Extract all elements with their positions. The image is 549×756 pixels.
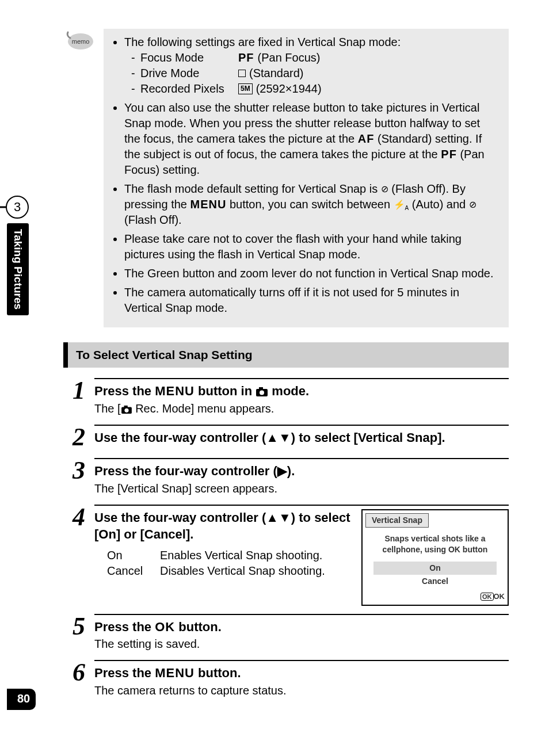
- camera-icon: [121, 402, 132, 415]
- step-number: 3: [63, 458, 94, 497]
- page-number: 80: [7, 689, 36, 710]
- svg-point-4: [260, 391, 264, 395]
- step-desc: The setting is saved.: [94, 636, 509, 652]
- lcd-tab: Vertical Snap: [365, 513, 429, 528]
- step-number: 1: [63, 378, 94, 417]
- step: 4 Use the four-way controller (▲▼) to se…: [63, 505, 509, 606]
- step-number: 4: [63, 505, 94, 606]
- memo-setting-row: - Drive Mode (Standard): [131, 66, 498, 81]
- memo-bullet: Please take care not to cover the flash …: [124, 231, 498, 262]
- step-title: Press the four-way controller (▶).: [94, 463, 509, 480]
- memo-intro: The following settings are fixed in Vert…: [124, 36, 401, 48]
- memo-icon: memo: [63, 29, 96, 52]
- step-title: Use the four-way controller (▲▼) to sele…: [94, 509, 351, 543]
- lcd-desc: Snaps vertical shots like a cellphone, u…: [365, 528, 505, 562]
- step: 3 Press the four-way controller (▶). The…: [63, 458, 509, 497]
- option-table: OnEnables Vertical Snap shooting. Cancel…: [107, 548, 351, 579]
- chapter-label: Taking Pictures: [7, 223, 29, 315]
- side-tab: 3 Taking Pictures: [0, 196, 33, 315]
- five-m-icon: 5M: [238, 83, 253, 94]
- flash-auto-icon: ⚡A: [394, 200, 409, 209]
- section-heading: To Select Vertical Snap Setting: [63, 342, 509, 368]
- step-number: 2: [63, 425, 94, 450]
- svg-rect-6: [124, 406, 127, 408]
- step-title: Press the OK button.: [94, 618, 509, 636]
- step-number: 6: [63, 660, 94, 698]
- ok-box-icon: OK: [481, 593, 494, 601]
- step-title: Press the MENU button.: [94, 665, 509, 682]
- flash-off-icon: ⊘: [381, 184, 388, 194]
- step-desc: The [ Rec. Mode] menu appears.: [94, 401, 509, 417]
- step: 2 Use the four-way controller (▲▼) to se…: [63, 425, 509, 450]
- lcd-option-selected: On: [373, 562, 497, 575]
- svg-text:memo: memo: [72, 38, 90, 45]
- step: 5 Press the OK button. The setting is sa…: [63, 614, 509, 652]
- memo-box: The following settings are fixed in Vert…: [104, 29, 509, 327]
- memo-bullet: The flash mode default setting for Verti…: [124, 181, 498, 228]
- standard-icon: [238, 70, 246, 77]
- svg-rect-3: [259, 387, 263, 390]
- lcd-footer: OKOK: [365, 588, 505, 602]
- lcd-screenshot: Vertical Snap Snaps vertical shots like …: [361, 509, 509, 606]
- lcd-option: Cancel: [365, 575, 505, 588]
- step: 1 Press the MENU button in mode. The [ R…: [63, 378, 509, 417]
- step-title: Use the four-way controller (▲▼) to sele…: [94, 429, 509, 446]
- step-desc: The [Vertical Snap] screen appears.: [94, 481, 509, 497]
- step: 6 Press the MENU button. The camera retu…: [63, 660, 509, 698]
- step-title: Press the MENU button in mode.: [94, 383, 509, 400]
- chapter-number: 3: [6, 196, 29, 219]
- camera-icon: [256, 384, 268, 398]
- flash-off-icon: ⊘: [469, 200, 476, 209]
- memo-bullet: The Green button and zoom lever do not f…: [124, 266, 498, 281]
- step-desc: The camera returns to capture status.: [94, 683, 509, 698]
- memo-setting-row: - Recorded Pixels 5M (2592×1944): [131, 81, 498, 97]
- memo-bullet: The camera automatically turns off if it…: [124, 285, 498, 316]
- svg-point-7: [124, 408, 128, 413]
- chapter-badge: 3: [6, 196, 29, 219]
- memo-setting-row: - Focus Mode PF (Pan Focus): [131, 50, 498, 66]
- memo-bullet: You can also use the shutter release but…: [124, 100, 498, 178]
- step-number: 5: [63, 614, 94, 652]
